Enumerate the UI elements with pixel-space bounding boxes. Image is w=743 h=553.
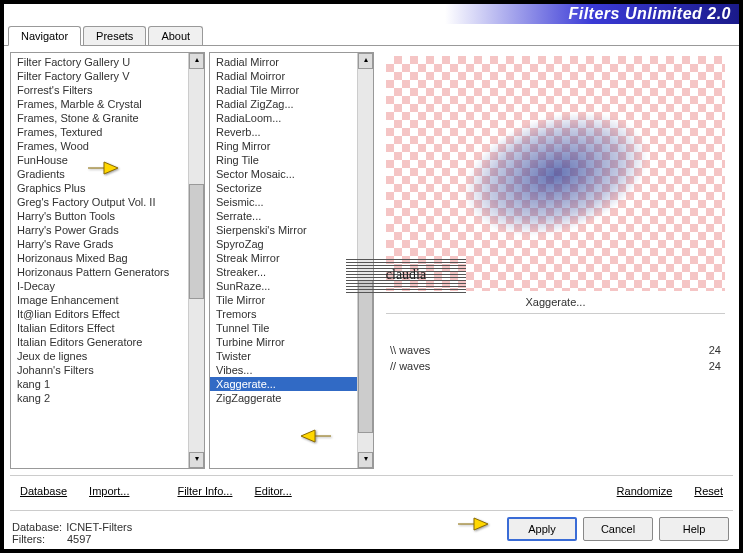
filter-item[interactable]: Radial Mirror (210, 55, 357, 69)
category-item[interactable]: Harry's Power Grads (11, 223, 188, 237)
editor-button[interactable]: Editor... (246, 482, 299, 500)
tab-about[interactable]: About (148, 26, 203, 45)
window-title: Filters Unlimited 2.0 (568, 5, 731, 23)
category-item[interactable]: Horizonaus Mixed Bag (11, 251, 188, 265)
filter-item[interactable]: Streak Mirror (210, 251, 357, 265)
filter-item[interactable]: Sectorize (210, 181, 357, 195)
category-item[interactable]: Italian Editors Effect (11, 321, 188, 335)
scroll-track[interactable] (189, 69, 204, 452)
filter-item[interactable]: Radial Moirror (210, 69, 357, 83)
randomize-button[interactable]: Randomize (609, 482, 681, 500)
filter-item[interactable]: Twister (210, 349, 357, 363)
divider (10, 510, 733, 511)
param-row[interactable]: \\ waves24 (386, 342, 725, 358)
category-item[interactable]: Johann's Filters (11, 363, 188, 377)
db-name: ICNET-Filters (66, 521, 132, 533)
category-items[interactable]: Filter Factory Gallery UFilter Factory G… (11, 53, 188, 468)
db-label: Database: (12, 521, 62, 533)
filter-item[interactable]: Sector Mosaic... (210, 167, 357, 181)
param-value: 24 (709, 344, 721, 356)
scroll-up-icon[interactable]: ▴ (189, 53, 204, 69)
scroll-thumb[interactable] (358, 280, 373, 433)
param-name: // waves (390, 360, 430, 372)
param-row[interactable]: // waves24 (386, 358, 725, 374)
category-item[interactable]: Frames, Stone & Granite (11, 111, 188, 125)
filter-info-button[interactable]: Filter Info... (169, 482, 240, 500)
filter-item[interactable]: Streaker... (210, 265, 357, 279)
filter-item[interactable]: Radial Tile Mirror (210, 83, 357, 97)
filter-item[interactable]: Tremors (210, 307, 357, 321)
apply-button[interactable]: Apply (507, 517, 577, 541)
category-item[interactable]: Harry's Button Tools (11, 209, 188, 223)
filters-window: Filters Unlimited 2.0 NavigatorPresetsAb… (4, 4, 739, 549)
category-item[interactable]: Gradients (11, 167, 188, 181)
category-item[interactable]: Graphics Plus (11, 181, 188, 195)
cancel-button[interactable]: Cancel (583, 517, 653, 541)
main-panel: Filter Factory Gallery UFilter Factory G… (4, 46, 739, 469)
scroll-up-icon[interactable]: ▴ (358, 53, 373, 69)
watermark: claudia (346, 257, 466, 293)
category-item[interactable]: Forrest's Filters (11, 83, 188, 97)
category-item[interactable]: Frames, Wood (11, 139, 188, 153)
filter-item[interactable]: SunRaze... (210, 279, 357, 293)
tab-presets[interactable]: Presets (83, 26, 146, 45)
filter-item[interactable]: ZigZaggerate (210, 391, 357, 405)
category-item[interactable]: It@lian Editors Effect (11, 307, 188, 321)
category-item[interactable]: FunHouse (11, 153, 188, 167)
category-item[interactable]: Jeux de lignes (11, 349, 188, 363)
category-list: Filter Factory Gallery UFilter Factory G… (10, 52, 205, 469)
filter-item[interactable]: Sierpenski's Mirror (210, 223, 357, 237)
filter-item[interactable]: Seismic... (210, 195, 357, 209)
category-item[interactable]: kang 1 (11, 377, 188, 391)
filter-item[interactable]: Turbine Mirror (210, 335, 357, 349)
category-item[interactable]: Frames, Textured (11, 125, 188, 139)
filter-item[interactable]: Vibes... (210, 363, 357, 377)
category-item[interactable]: I-Decay (11, 279, 188, 293)
preview-effect (439, 97, 672, 251)
filter-items[interactable]: Radial MirrorRadial MoirrorRadial Tile M… (210, 53, 357, 468)
title-bar: Filters Unlimited 2.0 (4, 4, 739, 24)
import-button[interactable]: Import... (81, 482, 137, 500)
current-filter-row: Xaggerate... (386, 293, 725, 311)
filter-item[interactable]: SpyroZag (210, 237, 357, 251)
param-name: \\ waves (390, 344, 430, 356)
category-item[interactable]: Harry's Rave Grads (11, 237, 188, 251)
filter-item[interactable]: Ring Tile (210, 153, 357, 167)
category-item[interactable]: Horizonaus Pattern Generators (11, 265, 188, 279)
category-item[interactable]: kang 2 (11, 391, 188, 405)
filters-label: Filters: (12, 533, 45, 545)
filter-item[interactable]: Tile Mirror (210, 293, 357, 307)
category-item[interactable]: Frames, Marble & Crystal (11, 97, 188, 111)
current-filter-name: Xaggerate... (386, 293, 725, 311)
filter-item[interactable]: Radial ZigZag... (210, 97, 357, 111)
category-item[interactable]: Image Enhancement (11, 293, 188, 307)
tab-navigator[interactable]: Navigator (8, 26, 81, 46)
help-button[interactable]: Help (659, 517, 729, 541)
scroll-down-icon[interactable]: ▾ (358, 452, 373, 468)
category-item[interactable]: Filter Factory Gallery U (11, 55, 188, 69)
category-item[interactable]: Greg's Factory Output Vol. II (11, 195, 188, 209)
category-scrollbar[interactable]: ▴ ▾ (188, 53, 204, 468)
parameters: \\ waves24// waves24 (386, 342, 725, 374)
category-item[interactable]: Filter Factory Gallery V (11, 69, 188, 83)
preview-pane: claudia Xaggerate... \\ waves24// waves2… (378, 52, 733, 469)
filter-item[interactable]: Reverb... (210, 125, 357, 139)
filter-item[interactable]: RadiaLoom... (210, 111, 357, 125)
reset-button[interactable]: Reset (686, 482, 731, 500)
link-buttons: Database Import... Filter Info... Editor… (4, 482, 739, 504)
database-button[interactable]: Database (12, 482, 75, 500)
filter-item[interactable]: Xaggerate... (210, 377, 357, 391)
category-item[interactable]: Italian Editors Generatore (11, 335, 188, 349)
main-buttons: Apply Cancel Help (507, 517, 739, 549)
filter-count: 4597 (67, 533, 91, 545)
filter-item[interactable]: Ring Mirror (210, 139, 357, 153)
divider (10, 475, 733, 476)
status-bar: Database:ICNET-Filters Filters:4597 (4, 519, 140, 549)
filter-item[interactable]: Tunnel Tile (210, 321, 357, 335)
filter-item[interactable]: Serrate... (210, 209, 357, 223)
preview-image: claudia (386, 56, 725, 291)
scroll-down-icon[interactable]: ▾ (189, 452, 204, 468)
scroll-thumb[interactable] (189, 184, 204, 299)
param-value: 24 (709, 360, 721, 372)
tab-bar: NavigatorPresetsAbout (4, 26, 739, 46)
